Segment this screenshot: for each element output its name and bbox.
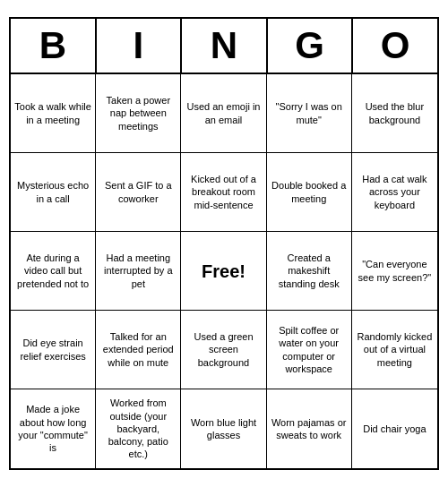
bingo-cell-18[interactable]: Spilt coffee or water on your computer o… bbox=[267, 311, 352, 389]
bingo-cell-17[interactable]: Used a green screen background bbox=[181, 311, 266, 389]
bingo-cell-11[interactable]: Had a meeting interrupted by a pet bbox=[96, 232, 181, 311]
bingo-cell-10[interactable]: Ate during a video call but pretended no… bbox=[11, 232, 96, 311]
bingo-cell-1[interactable]: Taken a power nap between meetings bbox=[96, 74, 181, 153]
bingo-cell-24[interactable]: Did chair yoga bbox=[352, 389, 437, 468]
bingo-cell-7[interactable]: Kicked out of a breakout room mid-senten… bbox=[181, 153, 266, 232]
bingo-cell-5[interactable]: Mysterious echo in a call bbox=[11, 153, 96, 232]
bingo-card: B I N G O Took a walk while in a meeting… bbox=[9, 17, 439, 470]
header-n: N bbox=[182, 19, 268, 73]
bingo-cell-12[interactable]: Free! bbox=[181, 232, 266, 311]
header-b: B bbox=[11, 19, 97, 73]
bingo-cell-15[interactable]: Did eye strain relief exercises bbox=[11, 311, 96, 389]
bingo-grid: Took a walk while in a meetingTaken a po… bbox=[11, 74, 437, 468]
bingo-cell-0[interactable]: Took a walk while in a meeting bbox=[11, 74, 96, 153]
bingo-cell-20[interactable]: Made a joke about how long your "commute… bbox=[11, 389, 96, 468]
bingo-header: B I N G O bbox=[11, 19, 437, 74]
bingo-cell-23[interactable]: Worn pajamas or sweats to work bbox=[267, 389, 352, 468]
bingo-cell-6[interactable]: Sent a GIF to a coworker bbox=[96, 153, 181, 232]
header-o: O bbox=[353, 19, 437, 73]
bingo-cell-9[interactable]: Had a cat walk across your keyboard bbox=[352, 153, 437, 232]
bingo-cell-21[interactable]: Worked from outside (your backyard, balc… bbox=[96, 389, 181, 468]
bingo-cell-2[interactable]: Used an emoji in an email bbox=[181, 74, 266, 153]
bingo-cell-13[interactable]: Created a makeshift standing desk bbox=[267, 232, 352, 311]
bingo-cell-19[interactable]: Randomly kicked out of a virtual meeting bbox=[352, 311, 437, 389]
bingo-cell-16[interactable]: Talked for an extended period while on m… bbox=[96, 311, 181, 389]
bingo-cell-3[interactable]: "Sorry I was on mute" bbox=[267, 74, 352, 153]
header-g: G bbox=[268, 19, 354, 73]
bingo-cell-4[interactable]: Used the blur background bbox=[352, 74, 437, 153]
bingo-cell-8[interactable]: Double booked a meeting bbox=[267, 153, 352, 232]
header-i: I bbox=[97, 19, 183, 73]
bingo-cell-14[interactable]: "Can everyone see my screen?" bbox=[352, 232, 437, 311]
bingo-cell-22[interactable]: Worn blue light glasses bbox=[181, 389, 266, 468]
